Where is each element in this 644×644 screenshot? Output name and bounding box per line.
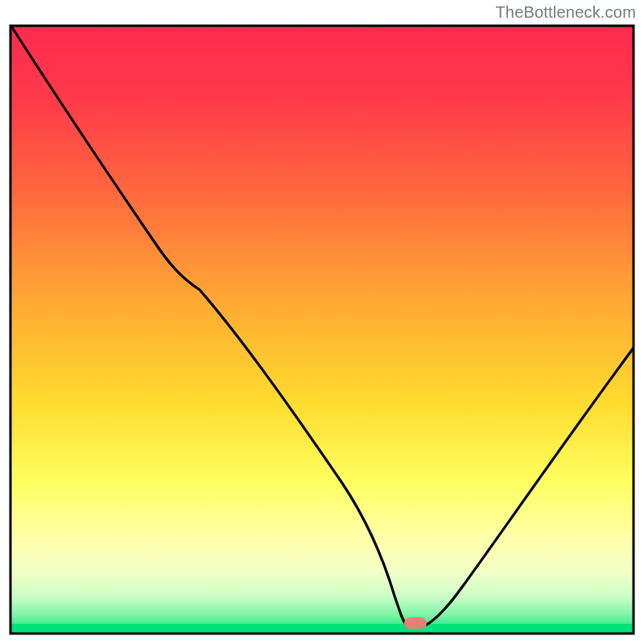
chart-stage: TheBottleneck.com bbox=[0, 0, 644, 644]
optimal-marker bbox=[404, 617, 427, 629]
green-baseline bbox=[10, 624, 634, 634]
chart-svg bbox=[0, 0, 644, 644]
watermark-text: TheBottleneck.com bbox=[495, 3, 636, 22]
gradient-background bbox=[10, 26, 634, 634]
